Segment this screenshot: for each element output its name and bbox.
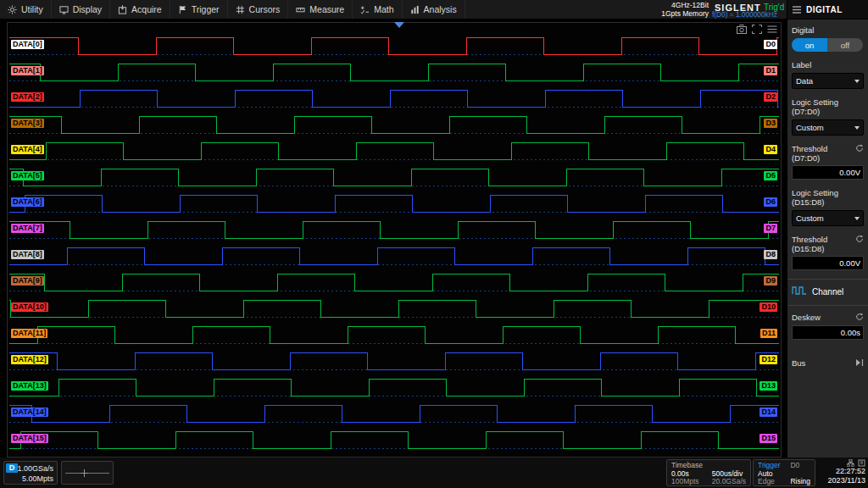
channel-label-d9[interactable]: DATA[9] [11,276,44,286]
channel-row-d14: DATA[14]D14 [9,401,779,427]
menu-item-trigger[interactable]: Trigger [170,0,228,19]
channel-indicator-d5[interactable]: D5 [764,171,777,180]
menu-item-analysis[interactable]: Analysis [403,0,465,19]
acquisition-readout: 1.00GSa/s 5.00Mpts [17,463,53,484]
digital-trace-d6 [9,191,779,217]
channel-label-d10[interactable]: DATA[10] [11,302,48,312]
channel-label-d11[interactable]: DATA[11] [11,329,47,338]
clock-time: 22:27:52 [815,467,865,476]
trigger-position-marker[interactable] [394,22,404,28]
threshold-1-value[interactable]: 0.00V [792,165,864,180]
channel-label-d5[interactable]: DATA[5] [11,171,44,180]
menu-item-measure[interactable]: Measure [288,0,353,19]
channel-indicator-d10[interactable]: D10 [760,302,777,312]
acquisition-info-box[interactable]: D 1.00GSa/s 5.00Mpts [3,461,58,485]
digital-trace-d12 [9,348,779,374]
frequency-readout: f(D0) = 1.000000kHz [712,10,777,19]
channel-label-d8[interactable]: DATA[8] [11,250,44,259]
fullscreen-icon[interactable] [752,25,762,34]
reset-icon[interactable] [855,235,864,245]
channels-icon[interactable] [767,25,777,34]
channel-indicator-d3[interactable]: D3 [764,119,777,128]
waveform-preview-box[interactable] [61,461,114,485]
channel-menu-item[interactable]: Channel [792,286,864,297]
menu-item-acquire[interactable]: Acquire [110,0,170,19]
channel-label-d14[interactable]: DATA[14] [11,408,48,417]
channel-label-d2[interactable]: DATA[2] [11,92,44,102]
channel-indicator-d1[interactable]: D1 [764,66,777,75]
channel-row-d13: DATA[13]D13 [9,374,779,401]
channel-indicator-d7[interactable]: D7 [764,224,777,233]
timebase-points: 100Mpts [671,478,705,486]
menu-item-cursors[interactable]: Cursors [228,0,289,19]
network-icon[interactable] [847,459,854,467]
digital-trace-d15 [9,427,779,453]
digital-on-button[interactable]: on [792,38,827,52]
reset-icon[interactable] [855,313,864,323]
channel-indicator-d14[interactable]: D14 [760,408,777,417]
channel-indicator-d12[interactable]: D12 [760,355,777,364]
channel-indicator-d8[interactable]: D8 [764,250,777,259]
spec-memory: 1Gpts Memory [653,9,709,18]
channel-indicator-d9[interactable]: D9 [764,276,777,286]
threshold-2-label: Threshold (D15:D8) [792,235,827,253]
logic-setting-2-text: Logic Setting [792,188,838,197]
logic-setting-1-label: Logic Setting (D7:D0) [792,97,864,116]
panel-menu-icon[interactable] [793,2,801,17]
channel-indicator-d6[interactable]: D6 [764,197,777,207]
channel-indicator-d0[interactable]: D0 [764,40,777,49]
channel-label: Channel [812,287,843,297]
channel-label-d15[interactable]: DATA[15] [11,434,48,443]
channel-label-d12[interactable]: DATA[12] [11,355,48,364]
trigger-info-box[interactable]: Trigger D0 Auto Edge Rising [753,459,815,486]
digital-trace-d4 [9,138,779,164]
logic-setting-2-dropdown[interactable]: Custom [792,210,864,226]
chevron-down-icon [854,126,860,130]
threshold-2-value[interactable]: 0.00V [792,256,864,270]
channel-label-d7[interactable]: DATA[7] [11,224,44,233]
channel-indicator-d2[interactable]: D2 [764,92,777,102]
bus-label: Bus [792,358,805,368]
menu-item-label: Trigger [192,4,220,14]
bus-menu-item[interactable]: Bus [792,358,864,368]
digital-channel-badge[interactable]: D [6,463,18,473]
channel-label-d13[interactable]: DATA[13] [11,381,48,391]
channel-indicator-d13[interactable]: D13 [760,381,777,391]
logic-setting-1-dropdown[interactable]: Custom [792,119,864,136]
channel-label-d1[interactable]: DATA[1] [11,66,44,75]
reset-icon[interactable] [855,144,864,154]
digital-trace-d11 [9,322,779,348]
label-dropdown[interactable]: Data [792,73,864,89]
threshold-1-row: Threshold (D7:D0) [792,144,864,163]
channel-indicator-d11[interactable]: D11 [760,329,777,338]
digital-trace-d13 [9,374,779,401]
deskew-value[interactable]: 0.00s [792,325,864,340]
analysis-icon [410,5,420,14]
deskew-row: Deskew [792,313,864,323]
channel-indicator-d4[interactable]: D4 [764,145,777,154]
channel-label-d6[interactable]: DATA[6] [11,197,44,207]
usb-icon[interactable] [858,459,865,467]
channel-indicator-d15[interactable]: D15 [760,434,777,443]
menu-item-math[interactable]: Math [353,0,402,19]
menu-item-label: Analysis [424,4,457,14]
camera-icon[interactable] [737,25,747,34]
logic-setting-2-range: (D15:D8) [792,197,864,207]
flag-icon [178,5,187,14]
digital-trace-d5 [9,164,779,191]
channel-label-d4[interactable]: DATA[4] [11,145,44,154]
deskew-label: Deskew [792,313,821,322]
channel-label-d0[interactable]: DATA[0] [11,40,44,49]
menu-item-label: Math [374,4,393,14]
channel-label-d3[interactable]: DATA[3] [11,119,44,128]
crosshair-icon [81,469,88,477]
menu-item-utility[interactable]: Utility [0,0,52,19]
threshold-2-row: Threshold (D15:D8) [792,235,864,253]
waveform-display[interactable]: DATA[0]D0DATA[1]D1DATA[2]D2DATA[3]D3DATA… [7,22,782,458]
digital-off-button[interactable]: off [827,38,863,52]
logic-setting-1-text: Logic Setting [792,97,838,107]
trigger-source: D0 [790,462,810,470]
timebase-info-box[interactable]: Timebase 0.00s 500us/div 100Mpts 20.0GSa… [666,459,751,486]
chevron-down-icon [854,217,860,220]
menu-item-display[interactable]: Display [52,0,110,19]
